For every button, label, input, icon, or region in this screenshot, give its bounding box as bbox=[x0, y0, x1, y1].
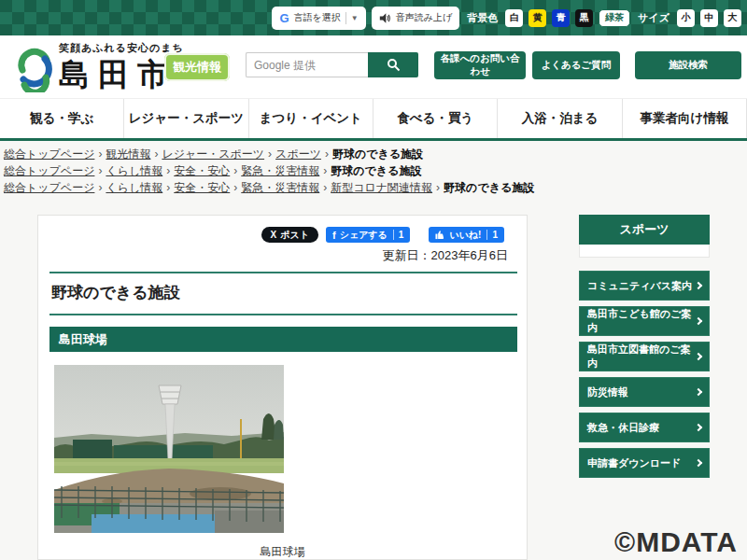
sidebar-item-emergency-care[interactable]: 救急・休日診療 bbox=[579, 413, 710, 442]
facebook-share-label: シェアする bbox=[340, 229, 388, 242]
search-button[interactable] bbox=[368, 52, 418, 77]
stadium-photo bbox=[54, 365, 284, 533]
breadcrumb-link[interactable]: くらし情報 bbox=[106, 164, 162, 177]
bg-black-button[interactable]: 黒 bbox=[575, 9, 593, 27]
sidebar-item-label: 申請書ダウンロード bbox=[587, 456, 681, 470]
nav-item-business-info[interactable]: 事業者向け情報 bbox=[622, 99, 747, 138]
like-label: いいね! bbox=[449, 229, 481, 242]
breadcrumb-separator: › bbox=[98, 164, 102, 177]
breadcrumb-separator: › bbox=[325, 147, 329, 161]
size-medium-button[interactable]: 中 bbox=[700, 9, 718, 27]
breadcrumb-link[interactable]: 新型コロナ関連情報 bbox=[331, 181, 432, 194]
speaker-icon bbox=[379, 12, 391, 24]
share-buttons: X ポスト f シェアする 1 いいね! 1 bbox=[261, 227, 504, 243]
breadcrumb-link[interactable]: 総合トップページ bbox=[4, 164, 94, 177]
chevron-right-icon bbox=[695, 282, 702, 289]
breadcrumb-link[interactable]: 総合トップページ bbox=[4, 181, 94, 194]
chevron-down-icon: ▼ bbox=[351, 14, 359, 22]
nav-item-leisure-sports[interactable]: レジャー・スポーツ bbox=[123, 99, 247, 138]
breadcrumb-separator: › bbox=[323, 181, 327, 194]
breadcrumb-link[interactable]: 緊急・災害情報 bbox=[241, 181, 319, 194]
sidebar: スポーツ コミュニティバス案内 島田市こども館のご案内 島田市立図書館のご案内 … bbox=[579, 215, 710, 483]
breadcrumb-row-1: 総合トップページ›観光情報›レジャー・スポーツ›スポーツ›野球のできる施設 bbox=[4, 147, 601, 161]
breadcrumb-separator: › bbox=[166, 164, 170, 177]
tts-button[interactable]: 音声読み上げ bbox=[372, 7, 459, 30]
bg-yellow-button[interactable]: 黄 bbox=[529, 9, 546, 27]
global-nav: 観る・学ぶ レジャー・スポーツ まつり・イベント 食べる・買う 入浴・泊まる 事… bbox=[0, 98, 747, 141]
like-button[interactable]: いいね! 1 bbox=[429, 227, 504, 243]
bg-greentea-button[interactable]: 緑茶 bbox=[599, 9, 630, 27]
nav-item-eat-buy[interactable]: 食べる・買う bbox=[373, 99, 497, 138]
nav-item-festival-event[interactable]: まつり・イベント bbox=[248, 99, 373, 138]
sidebar-category-header: スポーツ bbox=[579, 215, 710, 245]
main-content: X ポスト f シェアする 1 いいね! 1 更新日：2023年6月6日 野球の… bbox=[37, 215, 528, 560]
sidebar-item-label: 救急・休日診療 bbox=[587, 421, 659, 435]
site-logo[interactable]: 笑顔あふれる安心のまち 島田市 bbox=[11, 41, 184, 95]
chevron-right-icon bbox=[695, 353, 702, 360]
sidebar-item-community-bus[interactable]: コミュニティバス案内 bbox=[579, 271, 710, 301]
sidebar-item-label: 島田市こども館のご案内 bbox=[587, 307, 696, 335]
breadcrumb-link[interactable]: スポーツ bbox=[275, 147, 321, 161]
chevron-right-icon bbox=[695, 388, 702, 396]
like-count: 1 bbox=[486, 230, 498, 240]
breadcrumb-separator: › bbox=[268, 147, 272, 161]
page-title-block: 野球のできる施設 bbox=[49, 272, 517, 315]
breadcrumb-separator: › bbox=[166, 181, 170, 194]
sidebar-item-label: コミュニティバス案内 bbox=[587, 279, 692, 293]
contact-departments-button[interactable]: 各課へのお問い合わせ bbox=[434, 51, 526, 79]
bg-color-label: 背景色 bbox=[467, 11, 498, 25]
bg-blue-button[interactable]: 青 bbox=[552, 9, 570, 27]
facebook-share-button[interactable]: f シェアする 1 bbox=[326, 227, 410, 243]
breadcrumb-separator: › bbox=[98, 147, 102, 161]
search-icon bbox=[387, 58, 401, 72]
breadcrumb-link[interactable]: 安全・安心 bbox=[174, 181, 230, 194]
x-post-button[interactable]: X ポスト bbox=[261, 227, 318, 243]
site-header: 笑顔あふれる安心のまち 島田市 観光情報 各課へのお問い合わせ よくあるご質問 … bbox=[0, 35, 747, 98]
nav-item-see-learn[interactable]: 観る・学ぶ bbox=[0, 99, 123, 138]
chevron-right-icon bbox=[695, 424, 702, 431]
facebook-icon: f bbox=[332, 230, 336, 241]
breadcrumb-link[interactable]: レジャー・スポーツ bbox=[162, 147, 264, 161]
sidebar-item-label: 防災情報 bbox=[587, 385, 628, 399]
page: G 言語を選択 ▼ 音声読み上げ 背景色 白 黄 青 黒 緑茶 サイズ 小 中 … bbox=[0, 0, 747, 560]
font-size-label: サイズ bbox=[638, 11, 669, 25]
sidebar-item-kodomokan[interactable]: 島田市こども館のご案内 bbox=[579, 306, 710, 336]
faq-button[interactable]: よくあるご質問 bbox=[532, 51, 620, 79]
nav-item-bath-stay[interactable]: 入浴・泊まる bbox=[497, 99, 621, 138]
section-heading: 島田球場 bbox=[49, 327, 517, 352]
breadcrumb-current: 野球のできる施設 bbox=[331, 164, 421, 177]
photo-caption: 島田球場 bbox=[38, 544, 527, 560]
breadcrumb-link[interactable]: 安全・安心 bbox=[174, 164, 230, 177]
title-rule-bottom bbox=[49, 314, 517, 315]
site-search bbox=[246, 52, 418, 77]
watermark: ©MDATA bbox=[614, 526, 738, 558]
breadcrumb-link[interactable]: 総合トップページ bbox=[4, 147, 94, 161]
facility-search-button[interactable]: 施設検索 bbox=[635, 51, 741, 79]
breadcrumb-separator: › bbox=[154, 147, 158, 161]
size-large-button[interactable]: 大 bbox=[724, 9, 741, 27]
language-select-label: 言語を選択 bbox=[294, 11, 341, 24]
x-logo-icon: X bbox=[271, 230, 277, 240]
sidebar-item-disaster-info[interactable]: 防災情報 bbox=[579, 377, 710, 407]
breadcrumb-current: 野球のできる施設 bbox=[332, 147, 423, 161]
breadcrumb-current: 野球のできる施設 bbox=[444, 181, 534, 194]
facebook-share-count: 1 bbox=[393, 230, 404, 240]
sidebar-item-form-download[interactable]: 申請書ダウンロード bbox=[579, 448, 710, 478]
breadcrumb-row-2: 総合トップページ›くらし情報›安全・安心›緊急・災害情報›野球のできる施設 bbox=[4, 164, 601, 178]
breadcrumb-separator: › bbox=[98, 181, 102, 194]
search-input[interactable] bbox=[246, 52, 368, 77]
sidebar-item-library[interactable]: 島田市立図書館のご案内 bbox=[579, 342, 710, 371]
google-icon: G bbox=[279, 11, 289, 25]
tourism-info-badge[interactable]: 観光情報 bbox=[164, 53, 230, 81]
language-select[interactable]: G 言語を選択 ▼ bbox=[272, 7, 365, 30]
bg-white-button[interactable]: 白 bbox=[505, 9, 523, 27]
size-small-button[interactable]: 小 bbox=[677, 9, 695, 27]
utility-bar: G 言語を選択 ▼ 音声読み上げ 背景色 白 黄 青 黒 緑茶 サイズ 小 中 … bbox=[0, 0, 747, 35]
breadcrumb-link[interactable]: 観光情報 bbox=[106, 147, 150, 161]
site-tagline: 笑顔あふれる安心のまち bbox=[59, 41, 184, 54]
breadcrumb-row-3: 総合トップページ›くらし情報›安全・安心›緊急・災害情報›新型コロナ関連情報›野… bbox=[4, 181, 601, 195]
breadcrumb-link[interactable]: くらし情報 bbox=[106, 181, 162, 194]
chevron-right-icon bbox=[695, 459, 702, 467]
breadcrumb-separator: › bbox=[323, 164, 327, 177]
breadcrumb-link[interactable]: 緊急・災害情報 bbox=[241, 164, 319, 177]
